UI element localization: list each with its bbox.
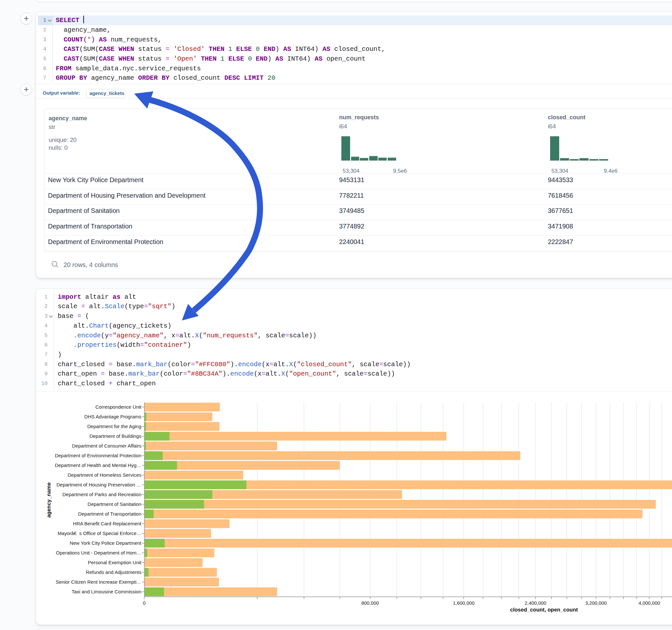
svg-text:Operations Unit - Department o: Operations Unit - Department of Hom… — [56, 550, 141, 555]
svg-text:Taxi and Limousine Commission: Taxi and Limousine Commission — [72, 589, 141, 595]
svg-text:Department for the Aging: Department for the Aging — [87, 423, 141, 429]
svg-text:Refunds and Adjustments: Refunds and Adjustments — [86, 570, 141, 575]
svg-text:New York City Police Departmen: New York City Police Department — [70, 540, 142, 546]
svg-text:2,400,000: 2,400,000 — [525, 600, 546, 606]
svg-text:1,600,000: 1,600,000 — [453, 600, 475, 606]
svg-text:Personal Exemption Unit: Personal Exemption Unit — [88, 560, 142, 565]
svg-text:Department of Sanitation: Department of Sanitation — [88, 501, 141, 507]
svg-text:3,200,000: 3,200,000 — [585, 600, 607, 606]
svg-text:HRA Benefit Card Replacement: HRA Benefit Card Replacement — [73, 521, 142, 526]
svg-text:closed_count, open_count: closed_count, open_count — [510, 607, 578, 612]
svg-text:800,000: 800,000 — [361, 600, 379, 606]
svg-text:Department of Health and Menta: Department of Health and Mental Hyg… — [55, 462, 141, 468]
svg-text:Department of Homeless Service: Department of Homeless Services — [67, 472, 141, 478]
svg-text:Senior Citizen Rent Increase E: Senior Citizen Rent Increase Exempti… — [56, 579, 141, 585]
svg-text:agency_name: agency_name — [46, 482, 51, 517]
svg-text:Department of Parks and Recrea: Department of Parks and Recreation — [63, 492, 141, 497]
svg-text:0: 0 — [143, 600, 146, 606]
svg-text:Department of Housing Preserva: Department of Housing Preservation … — [56, 482, 141, 487]
svg-text:4,000,000: 4,000,000 — [639, 600, 660, 606]
svg-text:DHS Advantage Programs: DHS Advantage Programs — [84, 414, 141, 419]
svg-text:Mayorâ€ s Office of Special E: Mayorâ€ s Office of Special Enforce… — [58, 531, 141, 536]
svg-text:Department of Environmental Pr: Department of Environmental Protection — [55, 453, 141, 458]
svg-text:Department of Consumer Affairs: Department of Consumer Affairs — [72, 443, 141, 449]
svg-text:Department of Transportation: Department of Transportation — [78, 511, 141, 516]
svg-text:Correspondence Unit: Correspondence Unit — [95, 404, 142, 410]
svg-text:Department of Buildings: Department of Buildings — [90, 433, 141, 439]
